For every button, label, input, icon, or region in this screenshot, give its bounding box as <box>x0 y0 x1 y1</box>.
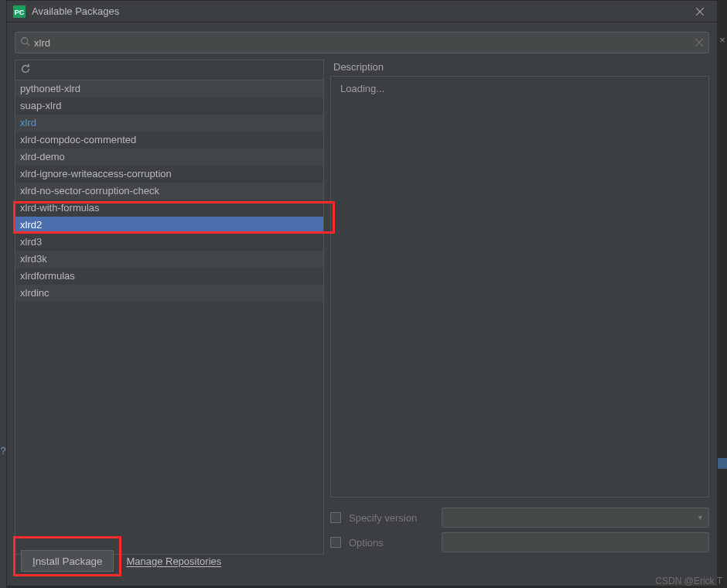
search-icon <box>15 36 34 49</box>
list-item[interactable]: xlrd <box>15 115 323 132</box>
svg-line-5 <box>26 43 29 46</box>
list-item[interactable]: xlrd-ignore-writeaccess-corruption <box>15 166 323 183</box>
manage-repositories-link[interactable]: Manage Repositories <box>126 556 221 567</box>
list-item[interactable]: xlrd2 <box>15 217 323 234</box>
svg-text:PC: PC <box>15 9 25 16</box>
app-icon: PC <box>13 5 26 18</box>
title-bar: PC Available Packages <box>7 1 717 22</box>
description-pane: Description Loading... Specify version ▼… <box>330 60 709 555</box>
description-box: Loading... <box>330 76 709 497</box>
install-package-label: Install Package <box>32 556 102 567</box>
right-blue-stub <box>718 458 727 469</box>
help-indicator: ? <box>0 445 6 456</box>
search-box[interactable] <box>15 32 709 53</box>
close-button[interactable] <box>689 1 711 22</box>
watermark: CSDN @Erick T <box>655 576 722 586</box>
search-input[interactable] <box>34 37 690 49</box>
chevron-down-icon: ▼ <box>697 514 704 521</box>
clear-search-icon[interactable] <box>690 37 708 49</box>
specify-version-checkbox[interactable] <box>330 512 341 523</box>
list-item[interactable]: xlrd-with-formulas <box>15 200 323 217</box>
list-item[interactable]: xlrdinc <box>15 285 323 302</box>
refresh-bar <box>15 60 324 80</box>
right-close-stub: × <box>718 29 727 50</box>
list-item[interactable]: xlrd-no-sector-corruption-check <box>15 183 323 200</box>
available-packages-dialog: PC Available Packages pythonetl-xlrdsuap… <box>6 0 718 586</box>
svg-point-4 <box>21 38 27 44</box>
list-item[interactable]: xlrd3k <box>15 251 323 268</box>
list-item[interactable]: xlrdformulas <box>15 268 323 285</box>
list-item[interactable]: xlrd-demo <box>15 149 323 166</box>
package-list-pane: pythonetl-xlrdsuap-xlrdxlrdxlrd-compdoc-… <box>15 60 324 555</box>
install-package-button[interactable]: Install Package <box>21 550 114 572</box>
list-item[interactable]: xlrd3 <box>15 234 323 251</box>
description-text: Loading... <box>340 83 384 94</box>
version-select[interactable]: ▼ <box>442 508 709 528</box>
list-item[interactable]: suap-xlrd <box>15 97 323 115</box>
close-icon <box>696 8 704 15</box>
dialog-footer: Install Package Manage Repositories <box>7 542 717 586</box>
refresh-icon[interactable] <box>20 63 31 77</box>
window-title: Available Packages <box>32 5 689 17</box>
specify-version-label: Specify version <box>349 512 434 524</box>
list-item[interactable]: xlrd-compdoc-commented <box>15 132 323 149</box>
description-label: Description <box>330 60 709 76</box>
package-list[interactable]: pythonetl-xlrdsuap-xlrdxlrdxlrd-compdoc-… <box>15 80 324 555</box>
list-item[interactable]: pythonetl-xlrd <box>15 80 323 97</box>
